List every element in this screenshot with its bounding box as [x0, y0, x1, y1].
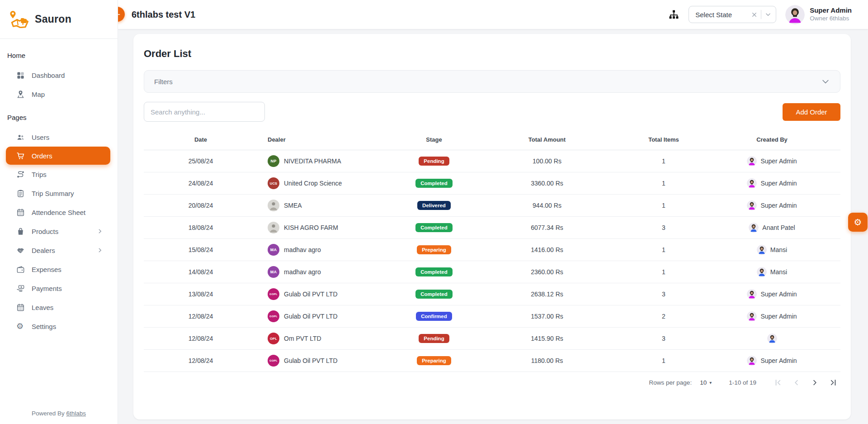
table-row[interactable]: 14/08/24MAmadhav agroCompleted2360.00 Rs…	[144, 261, 840, 283]
sidebar-item-label: Dealers	[32, 247, 55, 254]
stage-badge: Confirmed	[416, 312, 452, 321]
dealer-cell: GOPLGulab Oil PVT LTD	[258, 305, 398, 328]
powered-by-label: Powered By	[32, 410, 65, 417]
table-row[interactable]: 15/08/24MAmadhav agroPreparing1416.00 Rs…	[144, 239, 840, 261]
order-list-card: Order List Filters Add Order Date Dealer…	[133, 34, 851, 419]
clear-icon[interactable]	[751, 12, 757, 18]
pagination-buttons	[774, 378, 838, 387]
table-row[interactable]: 12/08/24GOPLGulab Oil PVT LTDPreparing11…	[144, 350, 840, 372]
sidebar-item-products[interactable]: Products	[0, 222, 118, 241]
sidebar-item-label: Trips	[32, 171, 47, 178]
creator-avatar	[757, 245, 767, 255]
creator-name: Super Admin	[760, 157, 797, 165]
sidebar-item-users[interactable]: Users	[0, 128, 118, 147]
dealer-cell: KISH AGRO FARM	[258, 217, 398, 239]
sidebar-item-map[interactable]: Map	[0, 85, 118, 104]
order-table: Date Dealer Stage Total Amount Total Ite…	[144, 129, 840, 372]
search-input[interactable]	[144, 102, 265, 122]
dealer-name: Gulab Oil PVT LTD	[284, 313, 338, 320]
col-date: Date	[144, 129, 258, 150]
brand-row: Sauron	[0, 0, 118, 39]
state-select[interactable]: Select State	[689, 6, 776, 23]
creator-name: Super Admin	[760, 202, 797, 209]
add-order-button[interactable]: Add Order	[783, 103, 840, 121]
chevron-down-icon[interactable]	[821, 77, 830, 86]
stage-badge: Delivered	[417, 201, 451, 210]
creator-avatar	[767, 333, 777, 343]
table-row[interactable]: 20/08/24SMEADelivered944.00 Rs1Super Adm…	[144, 195, 840, 217]
table-row[interactable]: 18/08/24KISH AGRO FARMCompleted6077.34 R…	[144, 217, 840, 239]
creator-name: Super Admin	[760, 357, 797, 364]
sidebar-item-orders[interactable]: Orders	[6, 147, 110, 165]
total-amount: 1180.00 Rs	[470, 350, 624, 372]
last-page-button[interactable]	[829, 378, 838, 387]
calendar-icon	[16, 208, 25, 217]
page-title: 6thlabs test V1	[132, 10, 195, 20]
table-row[interactable]: 12/08/24OPLOm PVT LTDPending1415.90 Rs3	[144, 328, 840, 350]
sidebar-item-settings[interactable]: ⚙Settings	[0, 317, 118, 336]
route-icon	[16, 170, 25, 179]
total-amount: 1416.00 Rs	[470, 239, 624, 261]
total-items: 3	[624, 217, 703, 239]
total-amount: 944.00 Rs	[470, 195, 624, 217]
sidebar-item-label: Attendence Sheet	[32, 209, 85, 216]
total-items: 1	[624, 150, 703, 172]
total-items: 1	[624, 195, 703, 217]
creator-avatar	[747, 200, 757, 210]
sidebar-item-label: Expenses	[32, 266, 61, 273]
sidebar-item-dealers[interactable]: Dealers	[0, 241, 118, 260]
table-row[interactable]: 24/08/24UCSUnited Crop ScienceCompleted3…	[144, 172, 840, 195]
dealer-cell: SMEA	[258, 195, 398, 217]
created-by-cell	[703, 328, 840, 350]
floating-settings-button[interactable]: ⚙	[848, 213, 868, 232]
creator-avatar	[749, 223, 759, 233]
dealer-name: Gulab Oil PVT LTD	[284, 357, 338, 364]
first-page-button[interactable]	[774, 378, 782, 387]
next-page-button[interactable]	[811, 378, 819, 387]
stage-badge: Pending	[419, 334, 449, 343]
creator-name: Super Admin	[760, 313, 797, 320]
created-by-cell: Mansi	[703, 239, 840, 261]
rows-per-page-select[interactable]: 10 ▾	[700, 379, 712, 386]
grid-icon	[16, 71, 25, 80]
col-dealer: Dealer	[258, 129, 398, 150]
dropdown-arrow-icon: ▾	[709, 380, 712, 385]
sidebar-item-leaves[interactable]: Leaves	[0, 298, 118, 317]
creator-name: Mansi	[770, 246, 787, 253]
dealer-cell: GOPLGulab Oil PVT LTD	[258, 350, 398, 372]
sidebar-item-trip-summary[interactable]: Trip Summary	[0, 184, 118, 203]
dealer-name: madhav agro	[284, 268, 321, 276]
filters-accordion[interactable]: Filters	[144, 70, 840, 93]
order-date: 12/08/24	[144, 305, 258, 328]
table-row[interactable]: 12/08/24GOPLGulab Oil PVT LTDConfirmed15…	[144, 305, 840, 328]
sidebar-item-attendence-sheet[interactable]: Attendence Sheet	[0, 203, 118, 222]
total-amount: 1415.90 Rs	[470, 328, 624, 350]
creator-avatar	[747, 356, 757, 366]
total-items: 2	[624, 305, 703, 328]
total-amount: 6077.34 Rs	[470, 217, 624, 239]
sidebar-item-label: Dashboard	[32, 71, 65, 79]
table-row[interactable]: 25/08/24NPNIVEDITA PHARMAPending100.00 R…	[144, 150, 840, 172]
sidebar-item-dashboard[interactable]: Dashboard	[0, 66, 118, 85]
sidebar-item-trips[interactable]: Trips	[0, 165, 118, 184]
rows-per-page-label: Rows per page:	[649, 379, 692, 386]
creator-avatar	[747, 178, 757, 188]
stage-cell: Completed	[398, 283, 470, 305]
chevron-down-icon[interactable]	[765, 11, 771, 18]
header-actions: Select State Super Admin Owner 6thlabs	[668, 5, 868, 24]
total-items: 1	[624, 350, 703, 372]
sidebar-item-payments[interactable]: Payments	[0, 279, 118, 298]
user-menu[interactable]: Super Admin Owner 6thlabs	[785, 5, 852, 24]
powered-by-link[interactable]: 6thlabs	[66, 410, 86, 417]
chevron-right-icon	[97, 247, 103, 253]
creator-avatar	[747, 156, 757, 166]
prev-page-button[interactable]	[792, 378, 801, 387]
sidebar-item-label: Users	[32, 133, 49, 141]
hierarchy-icon[interactable]	[668, 9, 679, 20]
dealer-avatar: OPL	[268, 333, 279, 344]
bag-icon	[16, 227, 25, 236]
created-by-cell: Super Admin	[703, 172, 840, 195]
table-row[interactable]: 13/08/24GOPLGulab Oil PVT LTDCompleted26…	[144, 283, 840, 305]
total-items: 1	[624, 239, 703, 261]
sidebar-item-expenses[interactable]: Expenses	[0, 260, 118, 279]
